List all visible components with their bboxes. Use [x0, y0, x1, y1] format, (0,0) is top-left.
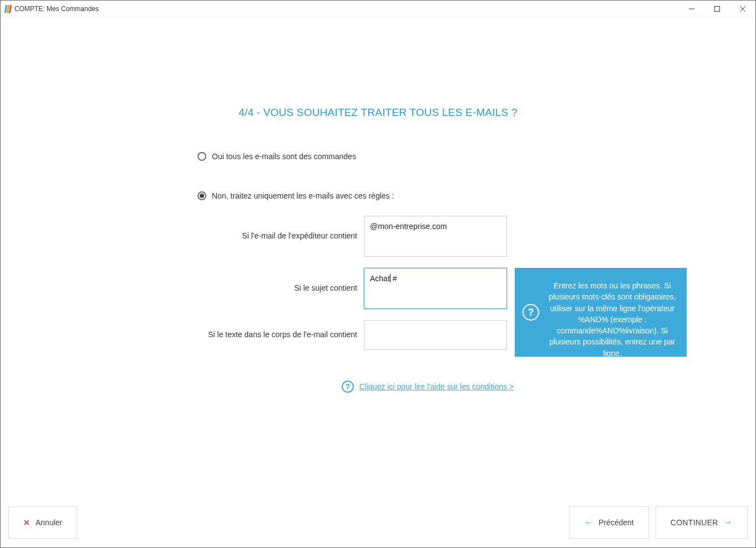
window: COMPTE: Mes Commandes 4/4 - VOUS SOUHAIT… [0, 0, 756, 548]
rule-subject-label: Si le sujet contient [197, 268, 364, 292]
form-area: Oui tous les e-mails sont des commandes … [197, 152, 697, 393]
maximize-button[interactable] [704, 1, 730, 17]
window-controls [679, 1, 755, 17]
arrow-left-icon: ← [584, 517, 593, 527]
previous-button[interactable]: ← Précédent [569, 506, 649, 539]
arrow-right-icon: → [724, 517, 733, 527]
continue-button[interactable]: CONTINUER → [656, 506, 748, 539]
page-title: 4/4 - VOUS SOUHAITEZ TRAITER TOUS LES E-… [1, 106, 755, 119]
rule-body-label: Si le texte dans le corps de l'e-mail co… [197, 320, 364, 339]
svg-rect-1 [715, 6, 720, 11]
footer: ✕ Annuler ← Précédent CONTINUER → [8, 506, 748, 539]
titlebar: COMPTE: Mes Commandes [1, 1, 755, 17]
rule-subject-row: Si le sujet contient Achat # ? Entrez le… [197, 268, 697, 309]
window-title: COMPTE: Mes Commandes [14, 5, 99, 13]
radio-icon [197, 152, 206, 161]
rule-body-input[interactable] [364, 320, 507, 350]
previous-label: Précédent [598, 518, 634, 527]
cancel-label: Annuler [35, 518, 62, 527]
rule-subject-input[interactable]: Achat # [364, 268, 507, 309]
help-icon: ? [522, 304, 539, 321]
cancel-button[interactable]: ✕ Annuler [8, 506, 77, 539]
radio-icon-selected [197, 191, 206, 200]
help-link-row: ? Cliquez ici pour lire l'aide sur les c… [159, 380, 697, 393]
rule-sender-row: Si l'e-mail de l'expéditeur contient [197, 216, 697, 257]
radio-label: Non, traitez uniquement les e-mails avec… [212, 191, 394, 200]
continue-label: CONTINUER [671, 518, 718, 527]
close-icon: ✕ [23, 518, 30, 527]
radio-option-all[interactable]: Oui tous les e-mails sont des commandes [197, 152, 697, 161]
rule-body-row: Si le texte dans le corps de l'e-mail co… [197, 320, 697, 350]
help-conditions-link[interactable]: Cliquez ici pour lire l'aide sur les con… [359, 382, 514, 391]
rule-sender-label: Si l'e-mail de l'expéditeur contient [197, 216, 364, 240]
close-button[interactable] [730, 1, 755, 17]
help-icon: ? [342, 380, 354, 393]
app-icon [5, 5, 11, 13]
radio-label: Oui tous les e-mails sont des commandes [212, 152, 356, 161]
rule-sender-input[interactable] [364, 216, 507, 257]
content: 4/4 - VOUS SOUHAITEZ TRAITER TOUS LES E-… [1, 18, 755, 547]
radio-option-rules[interactable]: Non, traitez uniquement les e-mails avec… [197, 191, 697, 200]
minimize-button[interactable] [679, 1, 704, 17]
